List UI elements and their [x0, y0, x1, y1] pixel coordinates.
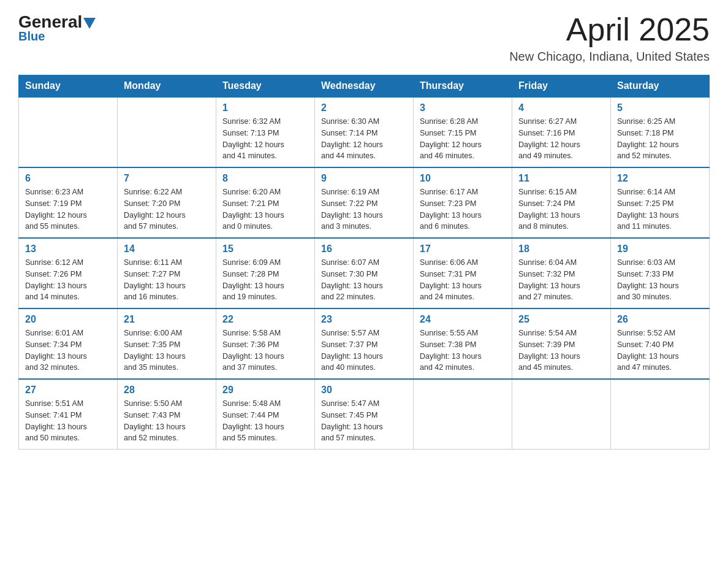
calendar-cell: 15Sunrise: 6:09 AMSunset: 7:28 PMDayligh…	[216, 238, 315, 308]
calendar-cell: 6Sunrise: 6:23 AMSunset: 7:19 PMDaylight…	[19, 167, 118, 238]
day-number: 4	[518, 102, 604, 113]
day-number: 24	[420, 314, 506, 325]
calendar-cell: 25Sunrise: 5:54 AMSunset: 7:39 PMDayligh…	[512, 308, 611, 379]
day-number: 10	[420, 173, 506, 184]
day-number: 20	[25, 314, 111, 325]
column-header-wednesday: Wednesday	[315, 75, 414, 98]
day-number: 17	[420, 243, 506, 255]
day-info: Sunrise: 6:19 AMSunset: 7:22 PMDaylight:…	[321, 186, 407, 232]
calendar-cell: 10Sunrise: 6:17 AMSunset: 7:23 PMDayligh…	[414, 167, 512, 238]
day-number: 6	[25, 173, 111, 184]
day-info: Sunrise: 5:47 AMSunset: 7:45 PMDaylight:…	[321, 398, 407, 444]
day-info: Sunrise: 5:55 AMSunset: 7:38 PMDaylight:…	[420, 327, 506, 373]
calendar-cell: 23Sunrise: 5:57 AMSunset: 7:37 PMDayligh…	[315, 308, 414, 379]
day-info: Sunrise: 6:30 AMSunset: 7:14 PMDaylight:…	[321, 116, 407, 162]
day-info: Sunrise: 6:25 AMSunset: 7:18 PMDaylight:…	[617, 116, 703, 162]
day-info: Sunrise: 5:54 AMSunset: 7:39 PMDaylight:…	[518, 327, 604, 373]
calendar-cell: 3Sunrise: 6:28 AMSunset: 7:15 PMDaylight…	[414, 97, 512, 167]
day-info: Sunrise: 6:04 AMSunset: 7:32 PMDaylight:…	[518, 257, 604, 303]
calendar-cell: 28Sunrise: 5:50 AMSunset: 7:43 PMDayligh…	[118, 379, 216, 450]
day-info: Sunrise: 6:12 AMSunset: 7:26 PMDaylight:…	[25, 257, 111, 303]
day-number: 23	[321, 314, 407, 325]
calendar-cell: 21Sunrise: 6:00 AMSunset: 7:35 PMDayligh…	[118, 308, 216, 379]
location-subtitle: New Chicago, Indiana, United States	[509, 50, 710, 64]
day-info: Sunrise: 6:15 AMSunset: 7:24 PMDaylight:…	[518, 186, 604, 232]
day-number: 14	[124, 243, 210, 255]
page-header: General Blue April 2025 New Chicago, Ind…	[18, 12, 710, 64]
day-number: 15	[222, 243, 308, 255]
calendar-cell: 13Sunrise: 6:12 AMSunset: 7:26 PMDayligh…	[19, 238, 118, 308]
calendar-cell: 27Sunrise: 5:51 AMSunset: 7:41 PMDayligh…	[19, 379, 118, 450]
day-info: Sunrise: 6:11 AMSunset: 7:27 PMDaylight:…	[124, 257, 210, 303]
day-number: 21	[124, 314, 210, 325]
day-number: 1	[222, 102, 308, 113]
day-info: Sunrise: 6:06 AMSunset: 7:31 PMDaylight:…	[420, 257, 506, 303]
day-number: 25	[518, 314, 604, 325]
calendar-cell: 24Sunrise: 5:55 AMSunset: 7:38 PMDayligh…	[414, 308, 512, 379]
week-row-1: 1Sunrise: 6:32 AMSunset: 7:13 PMDaylight…	[19, 97, 710, 167]
calendar-cell: 14Sunrise: 6:11 AMSunset: 7:27 PMDayligh…	[118, 238, 216, 308]
day-info: Sunrise: 5:57 AMSunset: 7:37 PMDaylight:…	[321, 327, 407, 373]
day-number: 18	[518, 243, 604, 255]
calendar-cell	[19, 97, 118, 167]
day-info: Sunrise: 5:51 AMSunset: 7:41 PMDaylight:…	[25, 398, 111, 444]
logo-triangle-icon	[83, 18, 96, 29]
logo-blue-text: Blue	[18, 29, 45, 44]
day-number: 11	[518, 173, 604, 184]
calendar-cell: 26Sunrise: 5:52 AMSunset: 7:40 PMDayligh…	[611, 308, 710, 379]
calendar-cell: 12Sunrise: 6:14 AMSunset: 7:25 PMDayligh…	[611, 167, 710, 238]
calendar-cell: 22Sunrise: 5:58 AMSunset: 7:36 PMDayligh…	[216, 308, 315, 379]
week-row-5: 27Sunrise: 5:51 AMSunset: 7:41 PMDayligh…	[19, 379, 710, 450]
day-number: 13	[25, 243, 111, 255]
day-info: Sunrise: 5:50 AMSunset: 7:43 PMDaylight:…	[124, 398, 210, 444]
week-row-2: 6Sunrise: 6:23 AMSunset: 7:19 PMDaylight…	[19, 167, 710, 238]
column-header-saturday: Saturday	[611, 75, 710, 98]
calendar-header-row: SundayMondayTuesdayWednesdayThursdayFrid…	[19, 75, 710, 98]
calendar-cell: 20Sunrise: 6:01 AMSunset: 7:34 PMDayligh…	[19, 308, 118, 379]
day-number: 2	[321, 102, 407, 113]
column-header-sunday: Sunday	[19, 75, 118, 98]
day-info: Sunrise: 5:52 AMSunset: 7:40 PMDaylight:…	[617, 327, 703, 373]
day-number: 26	[617, 314, 703, 325]
logo: General Blue	[18, 12, 96, 44]
day-info: Sunrise: 6:28 AMSunset: 7:15 PMDaylight:…	[420, 116, 506, 162]
day-info: Sunrise: 6:22 AMSunset: 7:20 PMDaylight:…	[124, 186, 210, 232]
calendar-cell: 16Sunrise: 6:07 AMSunset: 7:30 PMDayligh…	[315, 238, 414, 308]
day-info: Sunrise: 6:03 AMSunset: 7:33 PMDaylight:…	[617, 257, 703, 303]
calendar-title-area: April 2025 New Chicago, Indiana, United …	[509, 12, 710, 64]
day-info: Sunrise: 6:23 AMSunset: 7:19 PMDaylight:…	[25, 186, 111, 232]
month-title: April 2025	[509, 12, 710, 47]
calendar-cell: 7Sunrise: 6:22 AMSunset: 7:20 PMDaylight…	[118, 167, 216, 238]
week-row-3: 13Sunrise: 6:12 AMSunset: 7:26 PMDayligh…	[19, 238, 710, 308]
day-number: 7	[124, 173, 210, 184]
day-info: Sunrise: 6:27 AMSunset: 7:16 PMDaylight:…	[518, 116, 604, 162]
day-number: 12	[617, 173, 703, 184]
day-number: 16	[321, 243, 407, 255]
calendar-cell: 5Sunrise: 6:25 AMSunset: 7:18 PMDaylight…	[611, 97, 710, 167]
day-info: Sunrise: 6:07 AMSunset: 7:30 PMDaylight:…	[321, 257, 407, 303]
day-info: Sunrise: 6:14 AMSunset: 7:25 PMDaylight:…	[617, 186, 703, 232]
calendar-cell: 29Sunrise: 5:48 AMSunset: 7:44 PMDayligh…	[216, 379, 315, 450]
week-row-4: 20Sunrise: 6:01 AMSunset: 7:34 PMDayligh…	[19, 308, 710, 379]
day-number: 30	[321, 385, 407, 396]
calendar-cell: 19Sunrise: 6:03 AMSunset: 7:33 PMDayligh…	[611, 238, 710, 308]
day-number: 27	[25, 385, 111, 396]
day-number: 29	[222, 385, 308, 396]
day-number: 3	[420, 102, 506, 113]
column-header-thursday: Thursday	[414, 75, 512, 98]
calendar-cell: 30Sunrise: 5:47 AMSunset: 7:45 PMDayligh…	[315, 379, 414, 450]
calendar-cell: 8Sunrise: 6:20 AMSunset: 7:21 PMDaylight…	[216, 167, 315, 238]
day-info: Sunrise: 6:09 AMSunset: 7:28 PMDaylight:…	[222, 257, 308, 303]
day-info: Sunrise: 6:20 AMSunset: 7:21 PMDaylight:…	[222, 186, 308, 232]
calendar-cell	[118, 97, 216, 167]
day-number: 5	[617, 102, 703, 113]
day-number: 8	[222, 173, 308, 184]
day-info: Sunrise: 6:32 AMSunset: 7:13 PMDaylight:…	[222, 116, 308, 162]
calendar-cell: 2Sunrise: 6:30 AMSunset: 7:14 PMDaylight…	[315, 97, 414, 167]
calendar-cell: 11Sunrise: 6:15 AMSunset: 7:24 PMDayligh…	[512, 167, 611, 238]
calendar-cell: 1Sunrise: 6:32 AMSunset: 7:13 PMDaylight…	[216, 97, 315, 167]
calendar-cell	[611, 379, 710, 450]
calendar-cell	[512, 379, 611, 450]
column-header-friday: Friday	[512, 75, 611, 98]
column-header-tuesday: Tuesday	[216, 75, 315, 98]
